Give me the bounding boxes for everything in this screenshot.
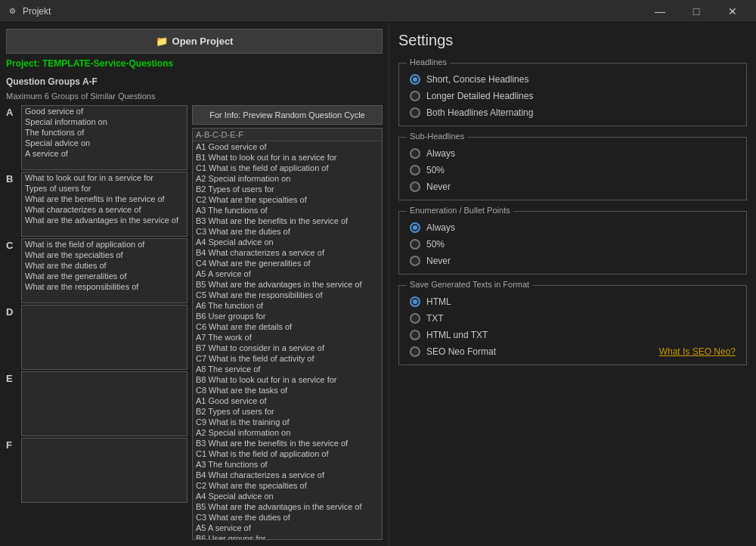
radio-item[interactable]: Never — [410, 181, 736, 192]
list-item[interactable]: B2 Types of users for — [193, 184, 382, 194]
radio-item[interactable]: Both Headlines Alternating — [410, 107, 736, 118]
radio-item[interactable]: HTML und TXT — [410, 330, 736, 340]
list-item[interactable]: B1 What to look out for in a service for — [193, 152, 382, 163]
radio-label: TXT — [426, 313, 444, 324]
list-item[interactable]: C5 What are the responsibilities of — [193, 290, 382, 300]
radio-circle — [410, 256, 420, 266]
list-item[interactable]: C4 What are the generalities of — [193, 258, 382, 268]
maximize-button[interactable]: □ — [679, 0, 714, 23]
radio-item[interactable]: HTML — [410, 296, 736, 307]
list-item[interactable]: A4 Special advice on — [193, 491, 382, 501]
list-item[interactable]: What to look out for in a service for — [22, 172, 187, 183]
list-item[interactable]: What are the duties of — [22, 260, 187, 271]
list-item[interactable]: The functions of — [22, 127, 187, 138]
group-listbox-d[interactable] — [21, 305, 187, 370]
list-item[interactable]: C7 What is the field of activity of — [193, 353, 382, 364]
radio-item[interactable]: 50% — [410, 239, 736, 250]
radio-circle — [410, 181, 420, 192]
right-panel: Settings Headlines Short, Concise Headli… — [389, 23, 756, 546]
list-item[interactable]: B5 What are the advantages in the servic… — [193, 279, 382, 290]
radio-item[interactable]: 50% — [410, 165, 736, 175]
list-item[interactable]: C2 What are the specialties of — [193, 480, 382, 491]
list-item[interactable]: What are the specialties of — [22, 250, 187, 260]
titlebar-controls: — □ ✕ — [643, 0, 750, 23]
bullets-group: Enumeration / Bullet Points Always50%Nev… — [398, 211, 747, 275]
radio-circle — [410, 296, 420, 307]
radio-circle — [410, 148, 420, 159]
list-item[interactable]: A7 The work of — [193, 332, 382, 343]
radio-item[interactable]: Always — [410, 222, 736, 233]
list-item[interactable]: A4 Special advice on — [193, 237, 382, 247]
list-item[interactable]: What is the field of application of — [22, 239, 187, 250]
list-item[interactable]: What are the generalities of — [22, 271, 187, 281]
list-item[interactable]: C1 What is the field of application of — [193, 163, 382, 173]
list-item[interactable]: B6 User groups for — [193, 311, 382, 321]
list-item[interactable]: B2 Types of users for — [193, 406, 382, 417]
minimize-button[interactable]: — — [643, 0, 677, 23]
list-item[interactable]: B8 What to look out for in a service for — [193, 374, 382, 385]
list-item[interactable]: Good service of — [22, 106, 187, 116]
list-item[interactable]: A3 The functions of — [193, 205, 382, 216]
group-listbox-b[interactable]: What to look out for in a service forTyp… — [21, 172, 187, 237]
group-label-c: C — [6, 238, 18, 251]
section-header: Question Groups A-F — [6, 76, 383, 87]
list-item[interactable]: A6 The function of — [193, 300, 382, 311]
list-item[interactable]: C1 What is the field of application of — [193, 448, 382, 459]
radio-item[interactable]: Short, Concise Headlines — [410, 74, 736, 85]
list-item[interactable]: B4 What characterizes a service of — [193, 470, 382, 480]
list-item[interactable]: C3 What are the duties of — [193, 226, 382, 237]
list-item[interactable]: A1 Good service of — [193, 396, 382, 406]
open-project-button[interactable]: 📁 Open Project — [6, 29, 383, 54]
radio-label: Never — [426, 256, 451, 266]
list-item[interactable]: B3 What are the benefits in the service … — [193, 216, 382, 226]
radio-item[interactable]: Never — [410, 256, 736, 266]
list-item[interactable]: C2 What are the specialties of — [193, 194, 382, 205]
big-list-items: A1 Good service ofB1 What to look out fo… — [193, 141, 382, 540]
seo-neo-link[interactable]: What Is SEO Neo? — [659, 346, 736, 357]
group-listbox-f[interactable] — [21, 438, 187, 503]
big-list-column: For Info: Preview Random Question Cycle … — [192, 105, 383, 540]
group-listbox-a[interactable]: Good service ofSpecial information onThe… — [21, 105, 187, 170]
list-item[interactable]: What are the advantages in the service o… — [22, 215, 187, 225]
list-item[interactable]: C8 What are the tasks of — [193, 385, 382, 396]
list-item[interactable]: C3 What are the duties of — [193, 512, 382, 523]
list-item[interactable]: Types of users for — [22, 183, 187, 194]
radio-item[interactable]: Always — [410, 148, 736, 159]
radio-label: 50% — [426, 165, 445, 175]
list-item[interactable]: A service of — [22, 148, 187, 159]
radio-circle — [410, 107, 420, 118]
list-item[interactable]: A5 A service of — [193, 523, 382, 533]
close-button[interactable]: ✕ — [715, 0, 750, 23]
list-item[interactable]: B6 User groups for — [193, 533, 382, 540]
big-listbox[interactable]: A-B-C-D-E-F A1 Good service ofB1 What to… — [192, 128, 383, 540]
list-item[interactable]: A5 A service of — [193, 268, 382, 279]
list-item[interactable]: B5 What are the advantages in the servic… — [193, 501, 382, 512]
group-label-d: D — [6, 305, 18, 318]
list-item[interactable]: What characterizes a service of — [22, 204, 187, 215]
radio-item[interactable]: SEO Neo FormatWhat Is SEO Neo? — [410, 346, 736, 357]
preview-button[interactable]: For Info: Preview Random Question Cycle — [192, 105, 383, 125]
list-item[interactable]: A2 Special information on — [193, 427, 382, 438]
list-item[interactable]: A2 Special information on — [193, 173, 382, 184]
group-listbox-c[interactable]: What is the field of application ofWhat … — [21, 238, 187, 303]
list-item[interactable]: B3 What are the benefits in the service … — [193, 438, 382, 448]
group-item-b: BWhat to look out for in a service forTy… — [6, 172, 187, 237]
groups-column: AGood service ofSpecial information onTh… — [6, 105, 187, 540]
list-item[interactable]: B4 What characterizes a service of — [193, 247, 382, 258]
list-item[interactable]: A1 Good service of — [193, 141, 382, 152]
list-item[interactable]: What are the benefits in the service of — [22, 194, 187, 204]
list-item[interactable]: C6 What are the details of — [193, 321, 382, 332]
radio-label: HTML — [426, 296, 451, 307]
list-item[interactable]: Special advice on — [22, 138, 187, 148]
headlines-group: Headlines Short, Concise HeadlinesLonger… — [398, 63, 747, 126]
list-item[interactable]: A3 The functions of — [193, 459, 382, 470]
list-item[interactable]: A8 The service of — [193, 364, 382, 374]
list-item[interactable]: What are the responsibilities of — [22, 281, 187, 292]
radio-item[interactable]: TXT — [410, 313, 736, 324]
list-item[interactable]: Special information on — [22, 116, 187, 127]
save-format-radio-group: HTMLTXTHTML und TXTSEO Neo FormatWhat Is… — [410, 296, 736, 357]
radio-item[interactable]: Longer Detailed Headlines — [410, 91, 736, 101]
list-item[interactable]: C9 What is the training of — [193, 417, 382, 427]
group-listbox-e[interactable] — [21, 371, 187, 436]
list-item[interactable]: B7 What to consider in a service of — [193, 343, 382, 353]
